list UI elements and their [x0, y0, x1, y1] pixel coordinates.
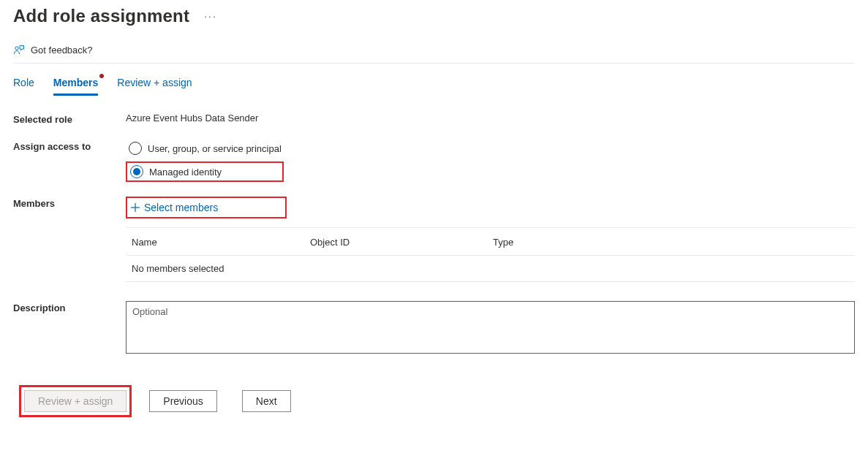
review-assign-button[interactable]: Review + assign: [24, 390, 127, 412]
tabs: Role Members Review + assign: [13, 74, 855, 95]
members-table: Name Object ID Type No members selected: [126, 227, 855, 282]
col-name[interactable]: Name: [132, 237, 310, 248]
row-selected-role: Selected role Azure Event Hubs Data Send…: [13, 113, 855, 125]
radio-user-label: User, group, or service principal: [148, 143, 282, 154]
person-feedback-icon: [13, 44, 25, 56]
select-members-label: Select members: [144, 202, 218, 213]
row-members: Members Select members: [13, 197, 855, 218]
row-description: Description: [13, 301, 855, 356]
radio-managed-identity[interactable]: Managed identity: [127, 163, 282, 180]
highlight-managed-identity: Managed identity: [126, 161, 284, 182]
value-selected-role: Azure Event Hubs Data Sender: [126, 113, 855, 123]
description-input[interactable]: [126, 301, 855, 354]
label-description: Description: [13, 301, 126, 313]
members-empty-message: No members selected: [126, 256, 855, 282]
page-title: Add role assignment: [13, 6, 189, 26]
more-icon[interactable]: ···: [204, 10, 217, 22]
previous-button[interactable]: Previous: [149, 390, 216, 412]
radio-user-group-sp[interactable]: User, group, or service principal: [126, 140, 855, 157]
tab-review-assign[interactable]: Review + assign: [117, 74, 192, 95]
col-object-id[interactable]: Object ID: [310, 237, 493, 248]
next-button[interactable]: Next: [242, 390, 291, 412]
col-type[interactable]: Type: [493, 237, 855, 248]
label-selected-role: Selected role: [13, 113, 126, 125]
members-table-header: Name Object ID Type: [126, 228, 855, 256]
feedback-link[interactable]: Got feedback?: [13, 44, 93, 56]
title-row: Add role assignment ···: [13, 0, 855, 39]
tab-role[interactable]: Role: [13, 74, 34, 95]
footer-actions: Review + assign Previous Next: [13, 378, 868, 425]
plus-icon: [130, 202, 140, 213]
tab-alert-dot-icon: [99, 74, 104, 78]
select-members-button[interactable]: Select members: [127, 198, 285, 217]
radio-identity-label: Managed identity: [149, 167, 222, 178]
label-assign-access-to: Assign access to: [13, 140, 126, 152]
radio-unchecked-icon: [129, 142, 142, 155]
radio-checked-icon: [130, 165, 143, 178]
highlight-select-members: Select members: [126, 197, 287, 218]
svg-point-0: [15, 47, 18, 50]
tab-members[interactable]: Members: [53, 74, 98, 96]
feedback-bar: Got feedback?: [13, 39, 855, 64]
tab-members-label: Members: [53, 77, 98, 88]
row-assign-access-to: Assign access to User, group, or service…: [13, 140, 855, 182]
label-members: Members: [13, 197, 126, 209]
feedback-label: Got feedback?: [31, 45, 93, 56]
highlight-review-assign: Review + assign: [19, 385, 132, 417]
